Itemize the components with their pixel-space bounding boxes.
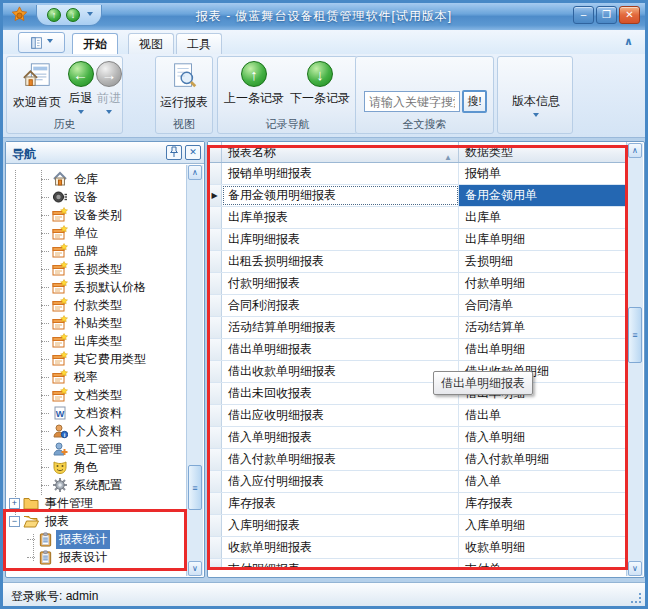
application-menu-button[interactable] [18,32,65,53]
table-row[interactable]: 借入单明细报表借入单明细 [208,427,627,449]
table-row[interactable]: 报销单明细报表报销单 [208,163,627,185]
table-row[interactable]: 借出未回收报表借出单明细 [208,383,627,405]
row-selector[interactable] [208,163,222,184]
person-add-icon [52,441,68,457]
ribbon: 欢迎首页 ← 后退 → 前进 历史 运行报表 视图 ↑ [3,54,645,138]
table-scroll-down-icon[interactable]: ∨ [628,561,642,576]
row-selector[interactable] [208,537,222,558]
table-row[interactable]: 付款明细报表付款单明细 [208,273,627,295]
table-row[interactable]: 出库明细报表出库单明细 [208,229,627,251]
navigation-tree: 仓库 设备 设备类别 单位 品牌 丢损类型 丢损默认价格 付款类型 补贴类型 出… [6,164,186,577]
title-bar: ↑ ↓ 报表 - 傲蓝舞台设备租赁管理软件[试用版本] – ❐ ✕ [3,3,645,30]
minimize-button[interactable]: – [573,6,594,24]
expand-plus-icon[interactable]: + [9,498,20,509]
column-header-report-name[interactable]: 报表名称▲ [222,142,459,162]
nav-scrollbar[interactable]: ∧ ≡ ∨ [186,165,203,576]
tree-item-employee-management[interactable]: 员工管理 [41,440,125,458]
tab-tools[interactable]: 工具 [176,33,222,54]
table-row-selected[interactable]: ▶备用金领用明细报表备用金领用单 [208,185,627,207]
row-selector[interactable] [208,559,222,568]
row-selector[interactable] [208,295,222,316]
table-scroll-thumb[interactable]: ≡ [628,307,642,363]
tree-item-warehouse[interactable]: 仓库 [41,170,101,188]
table-scrollbar[interactable]: ∧ ≡ ∨ [626,143,643,576]
ribbon-collapse-chevron-icon[interactable]: ∧ [624,35,633,48]
row-selector-current[interactable]: ▶ [208,185,222,206]
prev-record-button[interactable]: ↑ 上一条记录 [222,61,286,107]
resize-grip[interactable] [631,593,641,603]
table-row[interactable]: 借入应付明细报表借入单 [208,471,627,493]
table-row[interactable]: 库存报表库存报表 [208,493,627,515]
form-icon [52,261,68,277]
tooltip: 借出单明细报表 [433,371,533,395]
table-row[interactable]: 活动结算单明细报表活动结算单 [208,317,627,339]
table-scroll-up-icon[interactable]: ∧ [628,143,642,158]
table-row[interactable]: 收款单明细报表收款单明细 [208,537,627,559]
tree-item-loss-type[interactable]: 丢损类型 [41,260,125,278]
row-selector[interactable] [208,207,222,228]
tree-item-system-config[interactable]: 系统配置 [41,476,125,494]
tree-item-subsidy-type[interactable]: 补贴类型 [41,314,125,332]
run-report-button[interactable]: 运行报表 [158,61,210,111]
table-row-clipped[interactable]: 支付明细报表支付单 [208,559,627,568]
search-button[interactable]: 搜! [462,90,487,113]
tab-home[interactable]: 开始 [72,33,118,54]
navigation-panel: 导航 ✕ 仓库 设备 设备类别 单位 品牌 丢损类型 丢损默认价格 付款类型 补… [5,141,205,578]
row-selector[interactable] [208,361,222,382]
row-selector[interactable] [208,339,222,360]
pin-button[interactable] [166,145,182,160]
tree-item-equipment-category[interactable]: 设备类别 [41,206,125,224]
table-row[interactable]: 合同利润报表合同清单 [208,295,627,317]
row-selector[interactable] [208,427,222,448]
table-row[interactable]: 借出应收明细报表借出单 [208,405,627,427]
tree-item-unit[interactable]: 单位 [41,224,101,242]
row-selector[interactable] [208,471,222,492]
row-selector[interactable] [208,405,222,426]
row-selector[interactable] [208,493,222,514]
collapse-minus-icon[interactable]: − [9,516,20,527]
tree-item-loss-default-price[interactable]: 丢损默认价格 [41,278,149,296]
row-selector[interactable] [208,449,222,470]
nav-scroll-thumb[interactable]: ≡ [188,465,202,510]
row-selector[interactable] [208,273,222,294]
tree-item-report-design[interactable]: 报表设计 [27,548,110,566]
next-record-button[interactable]: ↓ 下一条记录 [288,61,352,107]
maximize-button[interactable]: ❐ [596,6,617,24]
welcome-home-button[interactable]: 欢迎首页 [9,61,65,111]
tree-item-document-data[interactable]: 文档资料 [41,404,125,422]
tree-item-report-statistics[interactable]: 报表统计 [27,530,110,548]
tree-item-reports[interactable]: −报表 [9,512,72,530]
nav-scroll-up-icon[interactable]: ∧ [188,165,202,180]
back-button[interactable]: ← 后退 [65,61,96,117]
tree-item-document-type[interactable]: 文档类型 [41,386,125,404]
table-row[interactable]: 借出收款单明细报表借出收款单明细 [208,361,627,383]
row-selector[interactable] [208,383,222,404]
table-row[interactable]: 出租丢损明细报表丢损明细 [208,251,627,273]
row-selector[interactable] [208,229,222,250]
table-row[interactable]: 借出单明细报表借出单明细 [208,339,627,361]
row-selector[interactable] [208,251,222,272]
tree-item-payment-type[interactable]: 付款类型 [41,296,125,314]
nav-scroll-down-icon[interactable]: ∨ [188,561,202,576]
row-selector[interactable] [208,317,222,338]
tree-item-other-fee-type[interactable]: 其它费用类型 [41,350,149,368]
panel-close-button[interactable]: ✕ [185,145,201,160]
search-input[interactable] [364,91,460,112]
tree-item-brand[interactable]: 品牌 [41,242,101,260]
tab-view[interactable]: 视图 [128,33,174,54]
tree-item-event-management[interactable]: +事件管理 [9,494,96,512]
tree-item-personal-data[interactable]: 个人资料 [41,422,125,440]
table-row[interactable]: 出库单报表出库单 [208,207,627,229]
tree-item-equipment[interactable]: 设备 [41,188,101,206]
table-row[interactable]: 入库明细报表入库单明细 [208,515,627,537]
tree-item-role[interactable]: 角色 [41,458,101,476]
group-label-history: 历史 [7,117,122,132]
version-info-button[interactable]: 版本信息 [504,93,568,120]
close-button[interactable]: ✕ [619,6,640,24]
column-header-data-type[interactable]: 数据类型 [459,142,627,162]
row-selector[interactable] [208,515,222,536]
tree-item-tax-rate[interactable]: 税率 [41,368,101,386]
forward-button[interactable]: → 前进 [95,61,123,117]
table-row[interactable]: 借入付款单明细报表借入付款单明细 [208,449,627,471]
tree-item-outbound-type[interactable]: 出库类型 [41,332,125,350]
